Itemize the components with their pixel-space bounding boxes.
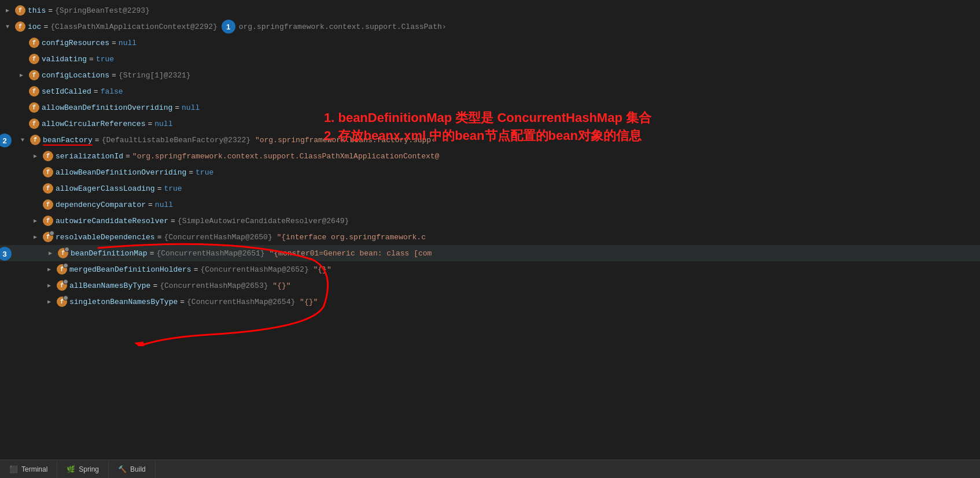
svg-marker-0 [134,342,145,346]
annotation-line1: 1. beanDefinitionMap 类型是 ConcurrentHashM… [324,109,651,127]
equals-singletonBeanNames: = [180,298,185,306]
value-serializationId: "org.springframework.context.support.Cla… [132,152,440,161]
field-icon-allowBeanDef1: f [29,102,39,113]
value-configResources: null [119,39,137,47]
row-singletonBeanNames: ▶ f singletonBeanNamesByType = {Concurre… [0,294,980,310]
tab-spring[interactable]: 🌿 Spring [57,460,109,478]
value-ioc: {ClassPathXmlApplicationContext@2292} [50,23,218,31]
value-resolvableDependencies: {ConcurrentHashMap@2650} "{interface org… [164,233,426,242]
equals-allowBeanDef1: = [175,103,179,112]
varname-configLocations: configLocations [42,71,109,80]
field-icon-beanFactory: f [30,135,40,145]
expand-configLocations[interactable]: ▶ [16,70,27,80]
annotation-box: 1. beanDefinitionMap 类型是 ConcurrentHashM… [324,109,651,145]
value-autowireCandidate: {SimpleAutowireCandidateResolver@2649} [178,217,349,225]
equals-setIdCalled: = [94,87,98,96]
expand-ioc[interactable]: ▼ [2,21,13,32]
field-icon-ioc: f [15,21,25,32]
varname-allowBeanDef1: allowBeanDefinitionOverriding [42,103,172,112]
tab-terminal[interactable]: ⬛ Terminal [0,460,57,478]
expand-beanFactory[interactable]: ▼ [17,135,28,145]
value-allBeanNames: {ConcurrentHashMap@2653} "{}" [160,281,290,290]
equals-mergedBeanDef: = [194,265,198,274]
field-icon-allowEager: f [43,183,53,194]
varname-resolvableDependencies: resolvableDependencies [56,233,155,242]
tab-build[interactable]: 🔨 Build [109,460,156,478]
spring-icon: 🌿 [67,465,75,473]
expand-autowireCandidate[interactable]: ▶ [30,216,40,226]
bottom-tabs: ⬛ Terminal 🌿 Spring 🔨 Build [0,460,980,478]
equals-serializationId: = [126,152,130,161]
equals-allowEager: = [157,184,162,193]
terminal-icon: ⬛ [9,465,18,473]
equals-beanFactory: = [95,136,100,144]
equals-allowBeanDef2: = [189,168,193,177]
varname-allowCircular: allowCircularReferences [42,120,145,128]
value-validating: true [96,55,114,64]
value-ioc-type: org.springframework.context.support.Clas… [239,23,447,31]
value-singletonBeanNames: {ConcurrentHashMap@2654} "{}" [187,298,318,306]
varname-beanDefinitionMap: beanDefinitionMap [71,249,148,258]
field-icon-serializationId: f [43,151,53,161]
expand-singletonBeanNames[interactable]: ▶ [44,297,54,307]
varname-serializationId: serializationId [56,152,123,161]
field-icon-allBeanNames: f [57,280,67,291]
value-dependencyComparator: null [155,201,173,209]
varname-allowEager: allowEagerClassLoading [56,184,155,193]
varname-mergedBeanDef: mergedBeanDefinitionHolders [69,265,191,274]
value-beanDefinitionMap: {ConcurrentHashMap@2651} "{monster01=Gen… [156,249,432,258]
field-icon-singletonBeanNames: f [57,297,67,307]
row-validating: f validating = true [0,51,980,67]
badge-1: 1 [222,20,235,34]
value-allowEager: true [164,184,182,193]
equals-configLocations: = [112,71,116,80]
value-configLocations: {String[1]@2321} [119,71,191,80]
varname-configResources: configResources [42,39,109,47]
varname-beanFactory: beanFactory [43,136,93,144]
equals-dependencyComparator: = [148,201,153,209]
varname-dependencyComparator: dependencyComparator [56,201,146,209]
expand-this[interactable]: ▶ [2,5,13,16]
tab-terminal-label: Terminal [21,465,47,473]
row-allowBeanDef2: f allowBeanDefinitionOverriding = true [0,164,980,180]
tab-build-label: Build [130,465,146,473]
field-icon-this: f [15,5,25,16]
equals-autowireCandidate: = [171,217,175,225]
field-icon-resolvableDependencies: f [43,232,53,242]
row-autowireCandidate: ▶ f autowireCandidateResolver = {SimpleA… [0,213,980,229]
expand-beanDefinitionMap[interactable]: ▶ [45,248,56,258]
expand-serializationId[interactable]: ▶ [30,151,40,161]
varname-validating: validating [42,55,87,64]
row-allowEager: f allowEagerClassLoading = true [0,180,980,197]
expand-mergedBeanDef[interactable]: ▶ [44,264,54,275]
field-icon-beanDefinitionMap: f [58,248,68,258]
field-icon-setIdCalled: f [29,86,39,97]
varname-allBeanNames: allBeanNamesByType [69,281,150,290]
varname-autowireCandidate: autowireCandidateResolver [56,217,168,225]
annotation-line2: 2. 存放beanx.xml 中的bean节点配置的bean对象的信息 [324,127,651,145]
row-configResources: f configResources = null [0,35,980,51]
expand-resolvableDependencies[interactable]: ▶ [30,232,40,242]
equals-allowCircular: = [148,120,152,128]
field-icon-allowBeanDef2: f [43,167,53,177]
row-serializationId: ▶ f serializationId = "org.springframewo… [0,148,980,164]
equals-this: = [48,6,53,15]
varname-setIdCalled: setIdCalled [42,87,91,96]
row-mergedBeanDef: ▶ f mergedBeanDefinitionHolders = {Concu… [0,261,980,277]
value-allowBeanDef1: null [182,103,200,112]
content-area: ▶ f this = {SpringBeanTest@2293} ▼ f ioc… [0,2,980,462]
equals-beanDefinitionMap: = [150,249,154,258]
field-icon-allowCircular: f [29,118,39,129]
varname-ioc: ioc [28,23,41,31]
equals-allBeanNames: = [153,281,157,290]
value-mergedBeanDef: {ConcurrentHashMap@2652} "{}" [200,265,331,274]
build-icon: 🔨 [118,465,127,473]
row-beanDefinitionMap: 3 ▶ f beanDefinitionMap = {ConcurrentHas… [0,245,980,261]
varname-singletonBeanNames: singletonBeanNamesByType [69,298,178,306]
row-resolvableDependencies: ▶ f resolvableDependencies = {Concurrent… [0,229,980,245]
row-dependencyComparator: f dependencyComparator = null [0,197,980,213]
expand-allBeanNames[interactable]: ▶ [44,280,54,291]
row-configLocations: ▶ f configLocations = {String[1]@2321} [0,67,980,83]
value-allowBeanDef2: true [196,168,213,177]
equals-validating: = [89,55,94,64]
